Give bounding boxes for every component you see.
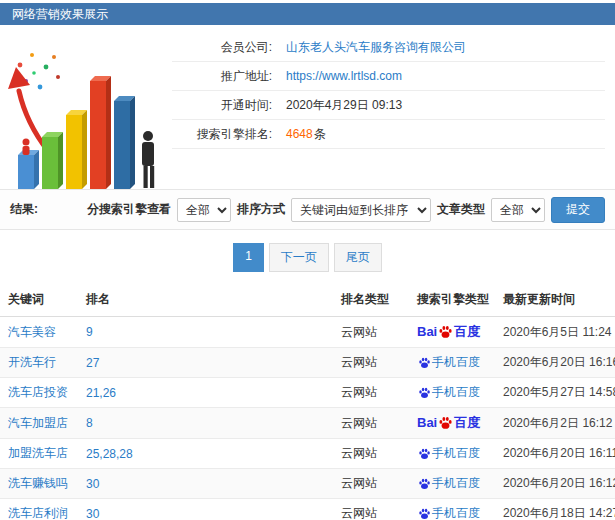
- info-row: 会员公司:山东老人头汽车服务咨询有限公司: [172, 33, 605, 62]
- baidu-logo-text: 百度: [454, 324, 480, 339]
- keyword-ranking-table: 关键词排名排名类型搜索引擎类型最新更新时间 汽车美容9云网站Bai百度2020年…: [0, 283, 615, 520]
- updated-cell: 2020年6月20日 16:16: [499, 348, 615, 378]
- engine-cell: 手机百度: [413, 469, 499, 499]
- next-page-button[interactable]: 下一页: [269, 243, 329, 272]
- info-label: 推广地址:: [172, 68, 272, 85]
- column-header: 搜索引擎类型: [413, 283, 499, 317]
- info-label: 搜索引擎排名:: [172, 126, 272, 143]
- bar-yellow: [66, 110, 87, 189]
- rank-cell: 21,26: [82, 378, 337, 408]
- rank-cell: 8: [82, 408, 337, 439]
- rank-type-cell: 云网站: [337, 499, 413, 520]
- column-header: 关键词: [0, 283, 82, 317]
- app-header: 网络营销效果展示: [0, 3, 615, 25]
- page-title: 网络营销效果展示: [12, 6, 108, 23]
- growth-chart-graphic: [4, 29, 169, 189]
- sort-filter-select[interactable]: 关键词由短到长排序: [291, 198, 431, 222]
- info-row: 开通时间:2020年4月29日 09:13: [172, 91, 605, 120]
- updated-cell: 2020年5月27日 14:58: [499, 378, 615, 408]
- engine-cell: 手机百度: [413, 439, 499, 469]
- baidu-paw-icon: [438, 415, 453, 430]
- engine-filter-select[interactable]: 全部: [177, 198, 231, 222]
- mobile-baidu-label: 手机百度: [432, 506, 480, 520]
- keyword-cell[interactable]: 洗车店投资: [0, 378, 82, 408]
- table-header-row: 关键词排名排名类型搜索引擎类型最新更新时间: [0, 283, 615, 317]
- page: 网络营销效果展示: [0, 3, 615, 520]
- growth-arrow-head: [8, 67, 30, 89]
- bar-chart-illustration: [0, 25, 172, 189]
- submit-button[interactable]: 提交: [551, 197, 605, 223]
- rank-type-cell: 云网站: [337, 408, 413, 439]
- standing-person-figure: [142, 131, 154, 188]
- column-header: 排名类型: [337, 283, 413, 317]
- keyword-cell[interactable]: 洗车赚钱吗: [0, 469, 82, 499]
- table-row: 开洗车行27云网站手机百度2020年6月20日 16:16: [0, 348, 615, 378]
- bar-green: [42, 132, 63, 189]
- mobile-baidu-label: 手机百度: [432, 446, 480, 460]
- rank-type-cell: 云网站: [337, 439, 413, 469]
- baidu-paw-icon: [418, 477, 431, 490]
- mobile-baidu-label: 手机百度: [432, 385, 480, 399]
- filter-controls: 分搜索引擎查看 全部 排序方式 关键词由短到长排序 文章类型 全部 提交: [87, 197, 605, 223]
- info-row: 搜索引擎排名:4648条: [172, 120, 605, 149]
- info-value: 4648: [286, 127, 313, 141]
- rank-cell: 9: [82, 317, 337, 348]
- type-filter-label: 文章类型: [437, 201, 485, 218]
- baidu-logo-text: Bai: [417, 324, 437, 339]
- bar-blue: [18, 150, 39, 189]
- table-row: 加盟洗车店25,28,28云网站手机百度2020年6月20日 16:11: [0, 439, 615, 469]
- page-number-current[interactable]: 1: [233, 243, 264, 272]
- rank-cell: 30: [82, 469, 337, 499]
- info-value[interactable]: https://www.lrtlsd.com: [286, 69, 402, 83]
- company-info-list: 会员公司:山东老人头汽车服务咨询有限公司推广地址:https://www.lrt…: [172, 33, 605, 189]
- engine-cell: Bai百度: [413, 408, 499, 439]
- column-header: 排名: [82, 283, 337, 317]
- mobile-baidu-label: 手机百度: [432, 476, 480, 490]
- results-label: 结果:: [10, 201, 38, 218]
- keyword-cell[interactable]: 汽车加盟店: [0, 408, 82, 439]
- table-row: 汽车加盟店8云网站Bai百度2020年6月2日 16:12: [0, 408, 615, 439]
- rank-cell: 25,28,28: [82, 439, 337, 469]
- rank-type-cell: 云网站: [337, 378, 413, 408]
- engine-cell: 手机百度: [413, 499, 499, 520]
- engine-filter-label: 分搜索引擎查看: [87, 201, 171, 218]
- column-header: 最新更新时间: [499, 283, 615, 317]
- updated-cell: 2020年6月20日 16:11: [499, 439, 615, 469]
- bar-navy: [114, 96, 135, 189]
- baidu-paw-icon: [418, 386, 431, 399]
- engine-cell: 手机百度: [413, 348, 499, 378]
- info-value[interactable]: 山东老人头汽车服务咨询有限公司: [286, 39, 466, 56]
- updated-cell: 2020年6月5日 11:24: [499, 317, 615, 348]
- keyword-cell[interactable]: 洗车店利润: [0, 499, 82, 520]
- baidu-logo-text: 百度: [454, 415, 480, 430]
- keyword-cell[interactable]: 开洗车行: [0, 348, 82, 378]
- updated-cell: 2020年6月18日 14:27: [499, 499, 615, 520]
- small-person-figure: [23, 139, 30, 156]
- filter-bar: 结果: 分搜索引擎查看 全部 排序方式 关键词由短到长排序 文章类型 全部 提交: [0, 190, 615, 230]
- baidu-paw-icon: [418, 507, 431, 520]
- table-row: 洗车店投资21,26云网站手机百度2020年5月27日 14:58: [0, 378, 615, 408]
- updated-cell: 2020年6月20日 16:12: [499, 469, 615, 499]
- info-label: 开通时间:: [172, 97, 272, 114]
- keyword-cell[interactable]: 汽车美容: [0, 317, 82, 348]
- pagination: 1 下一页 尾页: [0, 243, 615, 272]
- baidu-logo-text: Bai: [417, 415, 437, 430]
- rank-cell: 27: [82, 348, 337, 378]
- info-label: 会员公司:: [172, 39, 272, 56]
- table-row: 洗车赚钱吗30云网站手机百度2020年6月20日 16:12: [0, 469, 615, 499]
- last-page-button[interactable]: 尾页: [334, 243, 382, 272]
- keyword-cell[interactable]: 加盟洗车店: [0, 439, 82, 469]
- baidu-paw-icon: [418, 356, 431, 369]
- rank-type-cell: 云网站: [337, 317, 413, 348]
- info-row: 推广地址:https://www.lrtlsd.com: [172, 62, 605, 91]
- updated-cell: 2020年6月2日 16:12: [499, 408, 615, 439]
- rank-type-cell: 云网站: [337, 469, 413, 499]
- rank-type-cell: 云网站: [337, 348, 413, 378]
- table-row: 汽车美容9云网站Bai百度2020年6月5日 11:24: [0, 317, 615, 348]
- engine-cell: Bai百度: [413, 317, 499, 348]
- table-row: 洗车店利润30云网站手机百度2020年6月18日 14:27: [0, 499, 615, 520]
- info-suffix: 条: [314, 126, 326, 143]
- type-filter-select[interactable]: 全部: [491, 198, 545, 222]
- summary-panel: 会员公司:山东老人头汽车服务咨询有限公司推广地址:https://www.lrt…: [0, 25, 615, 190]
- baidu-paw-icon: [418, 447, 431, 460]
